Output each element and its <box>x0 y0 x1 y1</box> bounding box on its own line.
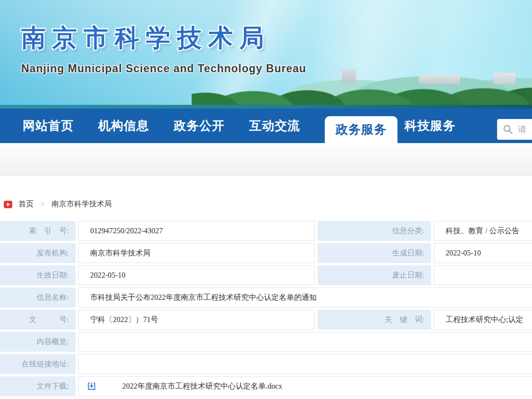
label-summary: 内容概览: <box>0 332 76 352</box>
value-expiry-date <box>434 265 532 285</box>
breadcrumb-current[interactable]: 南京市科学技术局 <box>51 199 112 209</box>
nav-item-home[interactable]: 网站首页 <box>23 118 74 134</box>
label-category: 信息分类: <box>318 221 431 241</box>
value-effective-date: 2022-05-10 <box>78 265 315 285</box>
subnav-band <box>0 143 532 176</box>
value-online-link <box>78 354 532 374</box>
download-file-link[interactable]: 2022年度南京市工程技术研究中心认定名单.docx <box>122 377 282 396</box>
file-download-row: 2022年度南京市工程技术研究中心认定名单.docx <box>78 376 532 396</box>
breadcrumb-separator: > <box>41 201 44 208</box>
value-info-title: 市科技局关于公布2022年度南京市工程技术研究中心认定名单的通知 <box>78 288 532 307</box>
label-expiry-date: 废止日期: <box>318 265 431 285</box>
label-doc-number: 文 号: <box>0 310 76 330</box>
banner-text-block: 南京市科学技术局 Nanjing Municipal Science and T… <box>0 0 532 75</box>
nav-item-interaction[interactable]: 互动交流 <box>249 118 300 134</box>
label-online-link: 在线链接地址: <box>0 354 76 374</box>
label-created-date: 生成日期: <box>318 243 431 263</box>
download-tray-icon[interactable] <box>87 382 96 391</box>
value-doc-number: 宁科〔2022〕）71号 <box>78 310 315 330</box>
site-subtitle-en: Nanjing Municipal Science and Technology… <box>21 62 532 75</box>
value-category: 科技、教育 / 公示公告 <box>434 221 532 241</box>
main-navbar: 网站首页 机构信息 政务公开 互动交流 政务服务 科技服务 <box>0 109 532 143</box>
nav-item-tech-services[interactable]: 科技服务 <box>405 118 456 134</box>
banner-water-art <box>0 105 532 109</box>
search-input[interactable] <box>518 125 532 135</box>
label-file-download: 文件下载: <box>0 376 76 396</box>
value-created-date: 2022-05-10 <box>434 243 532 263</box>
value-keywords: 工程技术研究中心;认定 <box>434 310 532 330</box>
label-effective-date: 生效日期: <box>0 265 76 285</box>
breadcrumb: 首页 > 南京市科学技术局 <box>4 199 532 209</box>
value-agency: 南京市科学技术局 <box>78 243 315 263</box>
play-badge-icon <box>4 200 12 209</box>
header-banner: 南京市科学技术局 Nanjing Municipal Science and T… <box>0 0 532 109</box>
document-info-table: 索 引 号: 012947250/2022-43027 信息分类: 科技、教育 … <box>0 221 532 396</box>
label-index-no: 索 引 号: <box>0 221 76 241</box>
search-box[interactable] <box>497 119 532 140</box>
nav-item-gov-services[interactable]: 政务服务 <box>325 116 397 143</box>
value-index-no: 012947250/2022-43027 <box>78 221 315 241</box>
search-icon <box>503 124 513 135</box>
label-agency: 发布机构: <box>0 243 76 263</box>
breadcrumb-home-link[interactable]: 首页 <box>18 199 34 209</box>
label-info-title: 信息名称: <box>0 288 76 307</box>
value-summary <box>78 332 532 352</box>
label-keywords: 关 键 词: <box>318 310 431 330</box>
nav-item-org-info[interactable]: 机构信息 <box>98 118 149 134</box>
site-title: 南京市科学技术局 <box>21 22 532 55</box>
nav-item-gov-disclosure[interactable]: 政务公开 <box>174 118 225 134</box>
